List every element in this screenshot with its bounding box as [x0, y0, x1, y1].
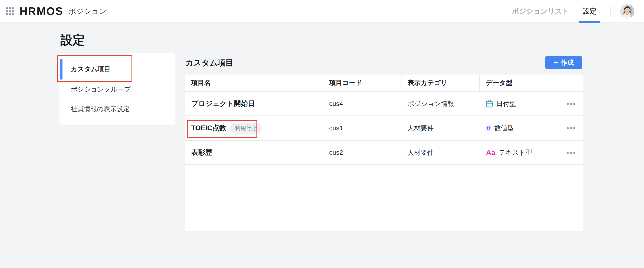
- field-code: cus4: [329, 100, 343, 107]
- hrmos-settings-page: HRMOS ポジション ポジションリスト 設定: [0, 0, 644, 268]
- nav-settings-wrap: 設定: [582, 0, 596, 23]
- row-menu-button[interactable]: [564, 149, 578, 156]
- table-row[interactable]: プロジェクト開始日 cus4 ポジション情報 日付型: [185, 92, 582, 115]
- ellipsis-dot: [567, 127, 569, 129]
- create-button[interactable]: + 作成: [545, 56, 582, 69]
- top-nav: ポジションリスト 設定: [512, 0, 634, 23]
- column-header-datatype: データ型: [480, 75, 559, 91]
- app-grid-icon[interactable]: [6, 8, 14, 15]
- row-menu-button[interactable]: [564, 101, 578, 107]
- ellipsis-dot: [573, 152, 575, 154]
- section-heading: カスタム項目: [186, 58, 233, 68]
- datatype-label: テキスト型: [499, 148, 532, 157]
- table-empty-area: [185, 165, 582, 231]
- field-category: ポジション情報: [408, 99, 454, 108]
- settings-sidebar: カスタム項目 ポジショングループ 社員情報の表示設定: [60, 53, 174, 125]
- field-name: 表彰歴: [191, 148, 212, 157]
- hrmos-logo[interactable]: HRMOS: [20, 5, 63, 18]
- topbar-divider: [610, 6, 611, 17]
- sidebar-item-custom-fields[interactable]: カスタム項目: [60, 59, 174, 80]
- column-header-actions: [559, 75, 582, 91]
- sidebar-item-employee-display[interactable]: 社員情報の表示設定: [60, 99, 174, 119]
- ellipsis-dot: [573, 127, 575, 129]
- row-menu-button[interactable]: [564, 125, 578, 131]
- table-row[interactable]: TOEIC点数 利用停止 cus1 人材要件 # 数値型: [185, 116, 582, 140]
- text-type-icon: Aa: [486, 149, 495, 156]
- ellipsis-dot: [570, 127, 572, 129]
- field-name: プロジェクト開始日: [191, 99, 255, 109]
- column-header-code: 項目コード: [323, 75, 402, 91]
- status-badge: 利用停止: [230, 123, 262, 134]
- active-item-bar: [60, 59, 62, 80]
- field-code: cus2: [329, 149, 343, 156]
- nav-position-list[interactable]: ポジションリスト: [512, 7, 569, 16]
- datatype-label: 数値型: [494, 124, 514, 133]
- datatype-label: 日付型: [496, 99, 516, 108]
- sidebar-item-label: カスタム項目: [71, 65, 110, 74]
- top-bar: HRMOS ポジション ポジションリスト 設定: [0, 0, 644, 23]
- sidebar-item-label: 社員情報の表示設定: [71, 105, 130, 114]
- table-row[interactable]: 表彰歴 cus2 人材要件 Aa テキスト型: [185, 141, 582, 164]
- field-category: 人材要件: [408, 148, 434, 157]
- calendar-icon: [486, 100, 493, 108]
- user-avatar[interactable]: [620, 4, 634, 19]
- field-category: 人材要件: [408, 124, 434, 133]
- product-name: ポジション: [68, 6, 106, 16]
- nav-settings[interactable]: 設定: [582, 7, 596, 16]
- active-tab-underline: [579, 21, 600, 23]
- custom-fields-table: 項目名 項目コード 表示カテゴリ データ型 プロジェクト開始日 cus4 ポジシ…: [185, 75, 582, 231]
- ellipsis-dot: [573, 103, 575, 105]
- field-name: TOEIC点数: [191, 123, 226, 133]
- table-header-row: 項目名 項目コード 表示カテゴリ データ型: [185, 75, 582, 91]
- plus-icon: +: [554, 59, 558, 67]
- hash-icon: #: [486, 124, 491, 132]
- sidebar-item-label: ポジショングループ: [71, 85, 131, 94]
- sidebar-item-position-group[interactable]: ポジショングループ: [60, 80, 174, 99]
- brand-area: HRMOS ポジション: [6, 5, 106, 18]
- field-code: cus1: [329, 124, 343, 132]
- ellipsis-dot: [570, 103, 572, 105]
- column-header-category: 表示カテゴリ: [402, 75, 480, 91]
- ellipsis-dot: [567, 152, 569, 154]
- ellipsis-dot: [570, 152, 572, 154]
- column-header-name: 項目名: [185, 75, 323, 91]
- page-title: 設定: [60, 32, 85, 48]
- ellipsis-dot: [567, 103, 569, 105]
